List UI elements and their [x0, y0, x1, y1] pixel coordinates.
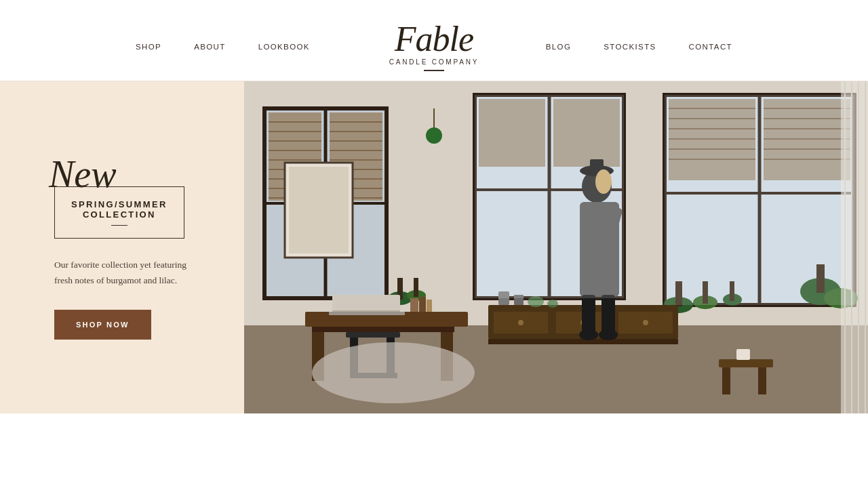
- svg-rect-71: [332, 295, 400, 312]
- nav-left: SHOP ABOUT LOOKBOOK: [136, 43, 310, 51]
- hero-description: Our favorite collection yet featuring fr…: [54, 258, 203, 288]
- hero-image-area: [244, 81, 868, 413]
- nav-about[interactable]: ABOUT: [194, 43, 226, 51]
- svg-rect-77: [346, 332, 400, 338]
- collection-line2: COLLECTION: [71, 209, 167, 220]
- svg-rect-76: [427, 300, 432, 312]
- svg-rect-73: [329, 312, 405, 315]
- svg-rect-106: [758, 367, 766, 394]
- site-header: SHOP ABOUT LOOKBOOK Fable CANDLE COMPANY…: [0, 0, 868, 81]
- nav-blog[interactable]: BLOG: [546, 43, 571, 51]
- svg-point-86: [518, 320, 524, 325]
- logo-subtitle-text: CANDLE COMPANY: [389, 58, 479, 66]
- collection-box: SPRING/SUMMER COLLECTION: [54, 186, 184, 239]
- nav-stockists[interactable]: STOCKISTS: [604, 43, 656, 51]
- nav-contact[interactable]: CONTACT: [689, 43, 732, 51]
- nav-right: BLOG STOCKISTS CONTACT: [546, 43, 732, 51]
- svg-rect-70: [312, 327, 454, 332]
- svg-rect-51: [289, 167, 349, 253]
- svg-point-103: [312, 342, 475, 403]
- hero-room-illustration: [244, 81, 868, 413]
- shop-now-button[interactable]: SHOP NOW: [54, 310, 151, 340]
- collection-line1: SPRING/SUMMER: [71, 199, 167, 209]
- collection-rule: [111, 225, 127, 226]
- svg-rect-82: [488, 339, 678, 344]
- hero-badge: New SPRING/SUMMER COLLECTION: [54, 155, 203, 239]
- logo-divider: [424, 70, 444, 71]
- svg-rect-104: [719, 359, 773, 367]
- svg-point-56: [426, 127, 442, 144]
- site-logo[interactable]: Fable CANDLE COMPANY: [389, 22, 479, 71]
- nav-lookbook[interactable]: LOOKBOOK: [258, 43, 310, 51]
- logo-script-text: Fable: [395, 22, 473, 57]
- svg-rect-105: [722, 367, 730, 394]
- svg-point-101: [579, 329, 598, 340]
- hero-left: New SPRING/SUMMER COLLECTION Our favorit…: [0, 81, 244, 413]
- svg-rect-114: [665, 95, 854, 305]
- svg-point-88: [643, 320, 648, 325]
- hero-section: New SPRING/SUMMER COLLECTION Our favorit…: [0, 81, 868, 413]
- svg-rect-55: [414, 278, 418, 297]
- svg-point-102: [599, 329, 618, 340]
- svg-rect-74: [410, 298, 418, 312]
- svg-rect-107: [736, 349, 750, 360]
- svg-rect-75: [419, 297, 426, 312]
- svg-point-92: [547, 300, 558, 308]
- svg-rect-113: [475, 95, 624, 298]
- nav-shop[interactable]: SHOP: [136, 43, 161, 51]
